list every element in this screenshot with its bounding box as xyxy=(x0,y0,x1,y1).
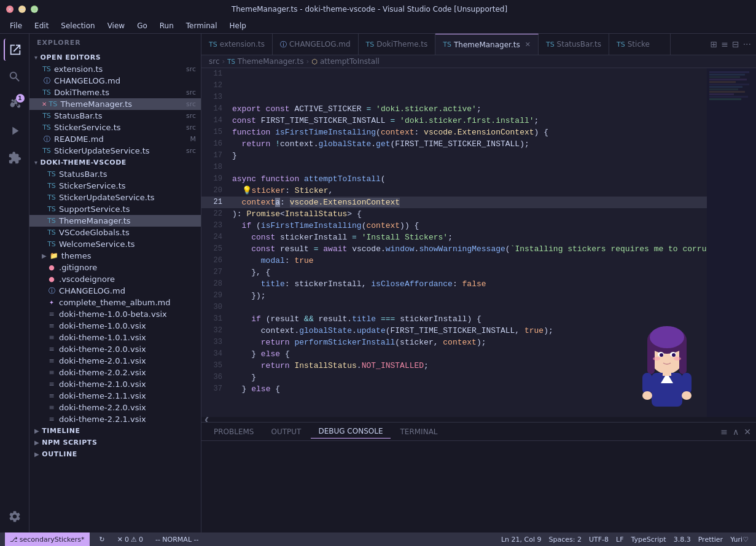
tab-changelog[interactable]: ⓘ CHANGELOG.md xyxy=(273,34,359,55)
menu-help[interactable]: Help xyxy=(225,20,251,31)
proj-vsix-211[interactable]: ≡ doki-theme-2.1.1.vsix xyxy=(29,390,201,402)
md-tab-icon: ⓘ xyxy=(280,40,287,49)
close-button[interactable]: × xyxy=(6,6,14,13)
open-file-stickerupdate[interactable]: TS StickerUpdateService.ts src xyxy=(29,145,201,157)
activity-extensions[interactable] xyxy=(4,147,26,169)
encoding[interactable]: UTF-8 xyxy=(586,536,611,544)
open-file-statusbar[interactable]: TS StatusBar.ts src xyxy=(29,110,201,122)
file-name: doki-theme-2.0.1.vsix xyxy=(59,356,146,365)
proj-gitignore[interactable]: ● .gitignore xyxy=(29,262,201,273)
open-file-readme[interactable]: ⓘ README.md M xyxy=(29,133,201,145)
proj-vsix-200[interactable]: ≡ doki-theme-2.0.0.vsix xyxy=(29,343,201,355)
maximize-button[interactable]: □ xyxy=(31,6,38,13)
open-file-extension-ts[interactable]: TS extension.ts src xyxy=(29,63,201,75)
menu-edit[interactable]: Edit xyxy=(29,20,53,31)
menu-selection[interactable]: Selection xyxy=(56,20,99,31)
activity-search[interactable] xyxy=(4,66,26,88)
language-mode[interactable]: TypeScript xyxy=(628,536,668,544)
panel-close-icon[interactable]: ✕ xyxy=(744,427,751,437)
proj-welcomeservice[interactable]: TS WelcomeService.ts xyxy=(29,238,201,250)
proj-changelog[interactable]: ⓘ CHANGELOG.md xyxy=(29,285,201,297)
panel-tab-output[interactable]: OUTPUT xyxy=(264,425,309,439)
proj-vsix-220[interactable]: ≡ doki-theme-2.2.0.vsix xyxy=(29,402,201,413)
prettier-version[interactable]: 3.8.3 xyxy=(671,536,693,544)
more-tabs-icon[interactable]: ≡ xyxy=(721,39,728,49)
proj-themes-folder[interactable]: ▶ 📁 themes xyxy=(29,250,201,262)
user-label: Yuri♡ xyxy=(730,536,749,544)
tab-sticker[interactable]: TS Sticke xyxy=(609,34,671,55)
layout-icon[interactable]: ⊟ xyxy=(732,39,739,49)
open-file-dokitheme[interactable]: TS DokiTheme.ts src xyxy=(29,87,201,98)
proj-vsix-202[interactable]: ≡ doki-theme-2.0.2.vsix xyxy=(29,367,201,378)
breadcrumb-function[interactable]: attemptToInstall xyxy=(320,57,380,66)
proj-stickerservice[interactable]: TS StickerService.ts xyxy=(29,180,201,192)
proj-complete-theme[interactable]: ✦ complete_theme_album.md xyxy=(29,297,201,308)
activity-settings[interactable] xyxy=(4,505,26,528)
panel-tab-terminal[interactable]: TERMINAL xyxy=(393,425,445,439)
outline-section[interactable]: ▶ OUTLINE xyxy=(29,448,201,460)
activity-explorer[interactable] xyxy=(4,39,26,61)
menu-view[interactable]: View xyxy=(103,20,130,31)
panel-tab-debug[interactable]: DEBUG CONSOLE xyxy=(311,424,390,439)
proj-vsix-210[interactable]: ≡ doki-theme-2.1.0.vsix xyxy=(29,378,201,390)
minimize-button[interactable]: − xyxy=(18,6,26,13)
user-info[interactable]: Yuri♡ xyxy=(728,536,751,544)
file-name: .gitignore xyxy=(59,263,97,272)
file-name: doki-theme-1.0.0.vsix xyxy=(59,321,146,330)
ts-tab-icon: TS xyxy=(546,41,555,49)
sync-status[interactable]: ↻ xyxy=(97,536,107,544)
tab-thememanager[interactable]: TS ThemeManager.ts ✕ xyxy=(435,34,539,55)
sidebar: EXPLORER ▾ OPEN EDITORS TS extension.ts … xyxy=(29,34,201,532)
git-branch[interactable]: ⎇ secondaryStickers* xyxy=(5,532,90,546)
proj-statusbar[interactable]: TS StatusBar.ts xyxy=(29,168,201,180)
proj-vscodeignore[interactable]: ● .vscodeignore xyxy=(29,273,201,285)
errors-warnings[interactable]: ✕ 0 ⚠ 0 xyxy=(115,536,146,544)
cursor-position[interactable]: Ln 21, Col 9 xyxy=(499,536,544,544)
line-ending[interactable]: LF xyxy=(614,536,626,544)
proj-vsix-221[interactable]: ≡ doki-theme-2.2.1.vsix xyxy=(29,413,201,425)
proj-vsix-201[interactable]: ≡ doki-theme-2.0.1.vsix xyxy=(29,355,201,367)
proj-vsix-101[interactable]: ≡ doki-theme-1.0.1.vsix xyxy=(29,332,201,343)
open-editors-section[interactable]: ▾ OPEN EDITORS xyxy=(29,52,201,63)
open-file-thememanager[interactable]: ✕ TS ThemeManager.ts src xyxy=(29,98,201,110)
tab-close-icon[interactable]: ✕ xyxy=(525,41,531,49)
proj-thememanager[interactable]: TS ThemeManager.ts xyxy=(29,215,201,227)
proj-stickerupdate[interactable]: TS StickerUpdateService.ts xyxy=(29,192,201,203)
panel-tab-problems[interactable]: PROBLEMS xyxy=(206,425,262,439)
vsix-file-icon: ≡ xyxy=(47,345,57,353)
breadcrumb-file[interactable]: ThemeManager.ts xyxy=(238,57,304,66)
activity-source-control[interactable]: 1 xyxy=(4,93,26,115)
activity-run[interactable] xyxy=(4,120,26,142)
open-file-changelog[interactable]: ⓘ CHANGELOG.md xyxy=(29,75,201,87)
timeline-section[interactable]: ▶ TIMELINE xyxy=(29,425,201,437)
menu-go[interactable]: Go xyxy=(132,20,152,31)
file-suffix: src xyxy=(186,65,196,73)
proj-supportservice[interactable]: TS SupportService.ts xyxy=(29,203,201,215)
split-editor-icon[interactable]: ⊞ xyxy=(710,39,717,49)
overflow-icon[interactable]: ··· xyxy=(743,39,751,49)
panel-collapse-icon[interactable]: ∧ xyxy=(733,427,739,437)
tab-dokitheme[interactable]: TS DokiTheme.ts xyxy=(359,34,436,55)
code-editor[interactable]: 11 12 13 14export const ACTIVE_STICKER =… xyxy=(201,68,707,417)
breadcrumb-src[interactable]: src xyxy=(209,57,220,66)
vsix-file-icon: ≡ xyxy=(47,322,57,330)
npm-scripts-section[interactable]: ▶ NPM SCRIPTS xyxy=(29,437,201,448)
prettier-label[interactable]: Prettier xyxy=(696,536,725,544)
menu-run[interactable]: Run xyxy=(155,20,179,31)
close-icon[interactable]: ✕ xyxy=(42,101,47,107)
indentation[interactable]: Spaces: 2 xyxy=(546,536,583,544)
proj-vsix-100b[interactable]: ≡ doki-theme-1.0.0-beta.vsix xyxy=(29,308,201,320)
panel-clear-icon[interactable]: ≡ xyxy=(720,427,728,437)
file-name: README.md xyxy=(54,135,104,144)
menu-terminal[interactable]: Terminal xyxy=(181,20,222,31)
tab-statusbar[interactable]: TS StatusBar.ts xyxy=(539,34,609,55)
proj-vsix-100[interactable]: ≡ doki-theme-1.0.0.vsix xyxy=(29,320,201,332)
proj-vscodeglobals[interactable]: TS VSCodeGlobals.ts xyxy=(29,227,201,238)
code-line: 20 💡sticker: Sticker, xyxy=(201,185,707,197)
menu-file[interactable]: File xyxy=(5,20,27,31)
file-name: doki-theme-2.2.1.vsix xyxy=(59,415,146,424)
open-file-stickerservice[interactable]: TS StickerService.ts src xyxy=(29,122,201,133)
tab-extension-ts[interactable]: TS extension.ts xyxy=(201,34,273,55)
project-section[interactable]: ▾ DOKI-THEME-VSCODE xyxy=(29,157,201,168)
horizontal-scrollbar[interactable]: ❮ xyxy=(201,417,756,422)
